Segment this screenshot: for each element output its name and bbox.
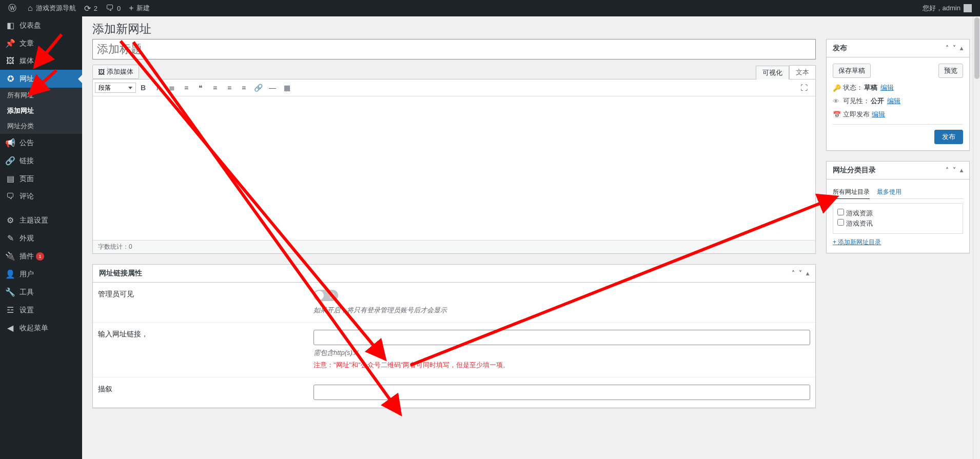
- label-url: 输入网址链接，: [93, 330, 313, 370]
- toolbar-toggle-button[interactable]: ▦: [280, 81, 294, 95]
- align-left-button[interactable]: ≡: [208, 81, 222, 95]
- move-up-icon[interactable]: ˄: [946, 45, 949, 52]
- toggle-icon[interactable]: ▴: [960, 167, 963, 174]
- move-up-icon[interactable]: ˄: [946, 167, 949, 174]
- edit-visibility-link[interactable]: 编辑: [887, 96, 900, 106]
- post-title-input[interactable]: [92, 39, 816, 59]
- dashboard-icon: ◧: [5, 21, 15, 30]
- user-greeting[interactable]: 您好，admin: [918, 0, 976, 16]
- publish-button[interactable]: 发布: [934, 130, 963, 144]
- menu-collapse[interactable]: ◀收起菜单: [0, 319, 82, 337]
- category-item[interactable]: 游戏资讯: [837, 219, 958, 228]
- home-icon: ⌂: [28, 4, 33, 13]
- cat-tab-all[interactable]: 所有网址目录: [833, 186, 870, 199]
- visibility-row: 👁可见性：公开编辑: [833, 96, 963, 106]
- cat-tab-most[interactable]: 最多使用: [877, 186, 901, 198]
- menu-tools[interactable]: 🔧工具: [0, 283, 82, 301]
- align-right-button[interactable]: ≡: [237, 81, 251, 95]
- desc-input[interactable]: [313, 385, 810, 400]
- menu-theme-opts[interactable]: ⚙主题设置: [0, 211, 82, 229]
- add-media-button[interactable]: 🖼添加媒体: [92, 65, 139, 79]
- preview-button[interactable]: 预览: [938, 64, 963, 78]
- updates-count: 2: [94, 5, 97, 12]
- menu-pages[interactable]: ▤页面: [0, 170, 82, 188]
- menu-comments[interactable]: 🗨评论: [0, 188, 82, 205]
- save-draft-button[interactable]: 保存草稿: [833, 64, 871, 78]
- menu-dashboard[interactable]: ◧仪表盘: [0, 16, 82, 34]
- move-down-icon[interactable]: ˅: [953, 167, 956, 174]
- refresh-icon: ⟳: [84, 4, 91, 13]
- submenu-add-link[interactable]: 添加网址: [0, 103, 82, 118]
- more-button[interactable]: —: [265, 81, 280, 95]
- number-list-button[interactable]: ≡: [179, 81, 193, 95]
- move-down-icon[interactable]: ˅: [799, 270, 802, 277]
- italic-button[interactable]: I: [150, 81, 165, 95]
- bold-button[interactable]: B: [136, 81, 150, 95]
- link-icon: 🔗: [5, 156, 15, 166]
- menu-wp-links[interactable]: 🔗链接: [0, 152, 82, 170]
- comments-link[interactable]: 🗨0: [102, 0, 125, 16]
- updates-link[interactable]: ⟳2: [80, 0, 102, 16]
- category-checkbox[interactable]: [837, 209, 844, 215]
- add-category-link[interactable]: + 添加新网址目录: [833, 238, 881, 247]
- menu-notice[interactable]: 📢公告: [0, 134, 82, 152]
- edit-schedule-link[interactable]: 编辑: [872, 110, 885, 119]
- desc-admin-visible: 如果开启，将只有登录管理员账号后才会显示: [313, 306, 810, 315]
- link-props-header[interactable]: 网址链接属性 ˄ ˅ ▴: [93, 265, 815, 283]
- label-desc: 描叙: [93, 385, 313, 400]
- menu-posts[interactable]: 📌文章: [0, 34, 82, 52]
- category-checkbox[interactable]: [837, 219, 844, 226]
- align-center-button[interactable]: ≡: [222, 81, 237, 95]
- category-header[interactable]: 网址分类目录 ˄ ˅ ▴: [827, 162, 969, 179]
- greeting-text: 您好，admin: [923, 4, 961, 13]
- gear-icon: ⚙: [5, 215, 15, 225]
- editor-toolbar: 段落 B I ≣ ≡ ❝ ≡ ≡ ≡ 🔗 — ▦ ⛶: [93, 79, 815, 96]
- window-scrollbar[interactable]: [973, 16, 980, 459]
- key-icon: 🔑: [833, 84, 843, 92]
- content-wrap: 添加新网址 🖼添加媒体 可视化 文本 段落 B I ≣ ≡: [82, 16, 980, 459]
- move-down-icon[interactable]: ˅: [953, 45, 956, 52]
- bullet-list-button[interactable]: ≣: [165, 81, 179, 95]
- wrench-icon: 🔧: [5, 287, 15, 297]
- editor-body[interactable]: [93, 96, 815, 240]
- menu-plugins[interactable]: 🔌插件1: [0, 247, 82, 265]
- quote-button[interactable]: ❝: [193, 81, 208, 95]
- menu-settings[interactable]: ☲设置: [0, 301, 82, 319]
- comments-count: 0: [117, 5, 121, 12]
- publish-header[interactable]: 发布 ˄ ˅ ▴: [827, 39, 969, 57]
- menu-media[interactable]: 🖾媒体: [0, 52, 82, 70]
- sliders-icon: ☲: [5, 305, 15, 315]
- menu-links[interactable]: ✪网址: [0, 70, 82, 88]
- editor-container: 段落 B I ≣ ≡ ❝ ≡ ≡ ≡ 🔗 — ▦ ⛶ 字数统计：0: [92, 79, 816, 254]
- submenu-all-links[interactable]: 所有网址: [0, 88, 82, 103]
- publish-box: 发布 ˄ ˅ ▴ 保存草稿 预览 🔑状态：草稿编辑 👁可见性：公开编辑 📅立即发…: [826, 39, 970, 151]
- link-button[interactable]: 🔗: [251, 81, 265, 95]
- page-title: 添加新网址: [92, 16, 970, 39]
- editor-status: 字数统计：0: [93, 240, 815, 253]
- category-item[interactable]: 游戏资源: [837, 209, 958, 218]
- eye-icon: 👁: [833, 97, 843, 105]
- toggle-icon[interactable]: ▴: [960, 45, 963, 52]
- link-props-box: 网址链接属性 ˄ ˅ ▴ 管理员可见 关: [92, 264, 816, 408]
- menu-appearance[interactable]: ✎外观: [0, 229, 82, 247]
- wp-logo[interactable]: ⓦ: [4, 0, 24, 16]
- move-up-icon[interactable]: ˄: [792, 270, 795, 277]
- new-content-link[interactable]: +新建: [125, 0, 154, 16]
- toggle-admin-visible[interactable]: 关: [313, 290, 338, 301]
- menu-users[interactable]: 👤用户: [0, 265, 82, 283]
- row-admin-visible: 管理员可见 关 如果开启，将只有登录管理员账号后才会显示: [93, 283, 815, 323]
- toggle-icon[interactable]: ▴: [806, 270, 809, 277]
- row-url: 输入网址链接， 需包含http(s):// 注意："网址"和"公众号二维码"两者…: [93, 323, 815, 377]
- url-input[interactable]: [313, 330, 810, 345]
- site-name-link[interactable]: ⌂游戏资源导航: [24, 0, 80, 16]
- category-list: 游戏资源 游戏资讯: [833, 203, 963, 234]
- fullscreen-button[interactable]: ⛶: [797, 81, 811, 95]
- format-select[interactable]: 段落: [95, 83, 136, 93]
- tab-visual[interactable]: 可视化: [756, 66, 789, 79]
- edit-status-link[interactable]: 编辑: [880, 83, 894, 92]
- tab-text[interactable]: 文本: [789, 65, 816, 79]
- calendar-icon: 📅: [833, 111, 843, 118]
- brush-icon: ✎: [5, 233, 15, 243]
- submenu-link-categories[interactable]: 网址分类: [0, 118, 82, 134]
- plugin-icon: 🔌: [5, 251, 15, 261]
